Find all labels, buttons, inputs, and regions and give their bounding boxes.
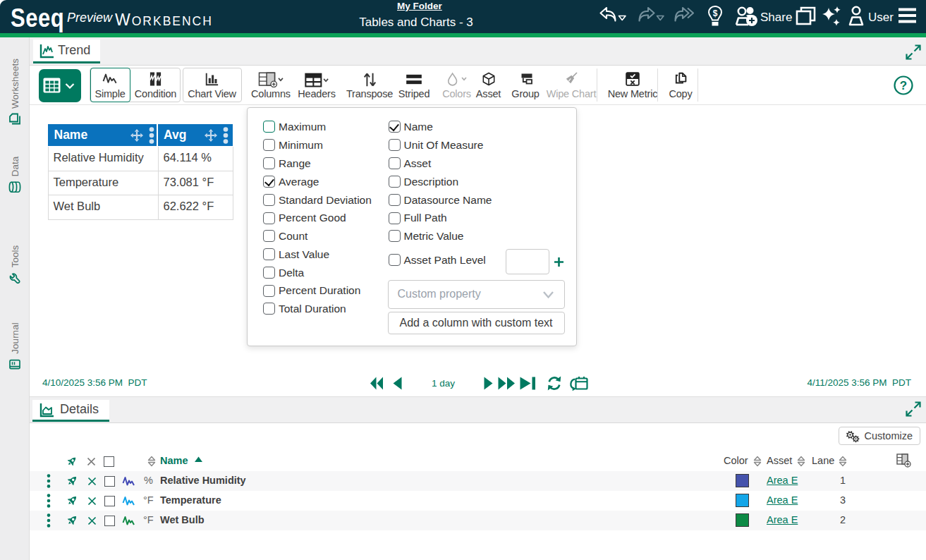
svg-text:$: $ <box>713 8 718 18</box>
svg-text:?: ? <box>900 79 907 92</box>
